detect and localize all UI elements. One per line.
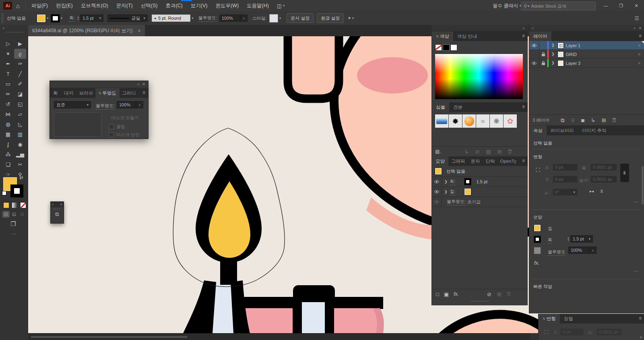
- close-icon[interactable]: ✕: [60, 203, 62, 206]
- add-fill-icon[interactable]: ▣: [444, 292, 449, 297]
- column-resize-grip[interactable]: [471, 301, 489, 302]
- stroke-swatch[interactable]: [51, 15, 60, 22]
- add-effect-icon[interactable]: fx.: [454, 292, 459, 296]
- close-icon[interactable]: ✕: [638, 26, 642, 30]
- new-symbol-icon[interactable]: ⊞: [497, 149, 502, 154]
- tab-brushes[interactable]: 브러쉬: [77, 88, 95, 98]
- properties-opacity-popup[interactable]: ›: [589, 247, 597, 254]
- none-swatch[interactable]: [435, 44, 442, 51]
- visibility-eye-icon[interactable]: [529, 41, 539, 50]
- restore-button[interactable]: ❐: [613, 0, 629, 11]
- transparency-panel-header[interactable]: « ✕: [50, 81, 148, 88]
- angle-select[interactable]: 0°▾: [553, 189, 578, 196]
- menu-item-3[interactable]: 문자(T): [112, 0, 137, 11]
- curvature-tool[interactable]: ✑: [14, 59, 26, 69]
- flip-horizontal-icon[interactable]: ▸◂: [590, 189, 594, 193]
- brush-chevron[interactable]: ▾: [192, 16, 194, 20]
- break-link-icon[interactable]: ⊘: [475, 149, 480, 154]
- menu-item-0[interactable]: 파일(F): [27, 0, 52, 11]
- stock-search-input[interactable]: ⚲ ▾ Adobe Stock 검색: [521, 2, 596, 10]
- tab-image-trace[interactable]: 이미지 추적: [578, 126, 611, 135]
- stroke-row-label[interactable]: 획:: [450, 178, 456, 185]
- paint-gradient-button[interactable]: [11, 201, 18, 209]
- properties-opacity-label[interactable]: 불투명도: [548, 249, 566, 256]
- tab-color-guide[interactable]: 색상 안내: [453, 31, 481, 41]
- tab-gradient[interactable]: 그라디: [120, 88, 137, 98]
- eyedropper-tool[interactable]: ʄ: [2, 139, 14, 149]
- appearance-fill-row[interactable]: ❯ 칠:: [432, 187, 528, 197]
- stroke-color-dropdown[interactable]: ▾: [51, 15, 63, 22]
- layer-row-grid[interactable]: ❯ GRID ○: [529, 50, 644, 59]
- home-icon[interactable]: ⌂: [12, 0, 24, 11]
- opacity-field[interactable]: 100%: [219, 15, 240, 22]
- options-menu-icon[interactable]: ☰: [634, 15, 639, 21]
- collect-for-export-icon[interactable]: ⧉: [561, 118, 564, 123]
- horizontal-scrollbar[interactable]: [28, 333, 530, 340]
- collapse-icon[interactable]: «: [532, 26, 534, 30]
- visibility-eye-icon[interactable]: [529, 59, 539, 67]
- duplicate-item-icon[interactable]: ⊞: [497, 292, 502, 297]
- symbol-sprayer-tool[interactable]: ⁂: [2, 149, 14, 160]
- reference-point-grid[interactable]: [543, 328, 550, 336]
- reference-point-grid[interactable]: [534, 166, 542, 174]
- stroke-row-swatch[interactable]: [464, 178, 471, 185]
- pathfinder-icon[interactable]: ⧉: [51, 211, 64, 218]
- expand-chevron-icon[interactable]: ❯: [444, 180, 448, 184]
- tab-align[interactable]: 정렬: [560, 314, 577, 323]
- toolbar-grip[interactable]: [5, 31, 23, 33]
- stroke-color-proxy[interactable]: [10, 185, 23, 197]
- opacity-popup-button[interactable]: ›: [240, 15, 248, 22]
- panel-menu-icon[interactable]: ≡: [639, 33, 642, 39]
- tab-libraries[interactable]: 라이브러리: [547, 126, 578, 135]
- tab-transparency[interactable]: ⇅투명도: [95, 88, 120, 98]
- stroke-weight-field[interactable]: 1.5 pt▾: [80, 15, 103, 22]
- properties-fill-swatch[interactable]: [534, 225, 541, 231]
- flower-symbol[interactable]: ✿: [504, 114, 517, 128]
- workspace-select[interactable]: 필수 클래식▾: [493, 0, 521, 11]
- lock-icon[interactable]: [539, 61, 547, 65]
- fill-row-label[interactable]: 칠:: [450, 189, 456, 195]
- panel-menu-icon[interactable]: ≡: [522, 104, 525, 110]
- width-field[interactable]: 0.0001 px: [597, 328, 622, 336]
- menu-item-4[interactable]: 선택(S): [137, 0, 162, 11]
- properties-opacity-swatch[interactable]: [534, 247, 541, 254]
- mesh-tool[interactable]: ▦: [2, 129, 14, 139]
- shape-builder-tool[interactable]: ◍: [2, 119, 14, 129]
- lasso-tool[interactable]: ϱ: [14, 49, 26, 59]
- menu-item-8[interactable]: 도움말(H): [243, 0, 273, 11]
- twirl-ring-symbol[interactable]: ✺: [490, 114, 503, 128]
- menu-item-7[interactable]: 윈도우(W): [211, 0, 243, 11]
- menu-item-5[interactable]: 효과(C): [161, 0, 186, 11]
- layer-row-layer3[interactable]: ❯ Layer 3 ○: [529, 59, 644, 68]
- preferences-button[interactable]: 환경 설정: [317, 13, 344, 23]
- toolbar-more-icon[interactable]: ⋯: [11, 231, 17, 237]
- horizontal-scrollbar-thumb[interactable]: [31, 336, 188, 338]
- locate-object-icon[interactable]: ⚲: [571, 118, 575, 123]
- menu-item-2[interactable]: 오브젝트(O): [77, 0, 112, 11]
- panel-menu-icon[interactable]: ≡: [639, 315, 642, 321]
- tab-color[interactable]: ⇅색상: [432, 31, 453, 41]
- expand-chevron-icon[interactable]: ❯: [551, 61, 555, 65]
- add-stroke-icon[interactable]: □: [436, 292, 439, 297]
- target-circle-icon[interactable]: ○: [638, 52, 640, 56]
- style-swatch[interactable]: [269, 14, 278, 23]
- opacity-popup-button[interactable]: ›: [136, 101, 143, 108]
- panel-grip[interactable]: [53, 208, 62, 210]
- rectangle-tool[interactable]: ▭: [2, 79, 14, 89]
- white-swatch[interactable]: [450, 44, 457, 51]
- appearance-selection-row[interactable]: 선택 없음: [432, 166, 528, 177]
- properties-fx-icon[interactable]: fx.: [534, 260, 540, 265]
- opacity-label[interactable]: 불투명도:: [96, 103, 115, 110]
- tab-layers[interactable]: 레이어: [529, 31, 551, 41]
- rotate-tool[interactable]: ↺: [2, 99, 14, 109]
- shaper-tool[interactable]: ✏: [2, 89, 14, 99]
- menu-item-6[interactable]: 보기(V): [187, 0, 212, 11]
- new-layer-icon[interactable]: ⊞: [602, 118, 606, 123]
- fill-swatch[interactable]: [37, 15, 45, 22]
- black-swatch[interactable]: [443, 44, 450, 51]
- constrain-proportions-badge[interactable]: ∞: [620, 164, 629, 182]
- tab-opentype[interactable]: OpenTy: [498, 156, 519, 166]
- expand-chevron-icon[interactable]: ❯: [444, 190, 448, 194]
- tab-appearance[interactable]: 모양: [432, 156, 448, 166]
- style-dropdown[interactable]: ▾: [269, 14, 281, 23]
